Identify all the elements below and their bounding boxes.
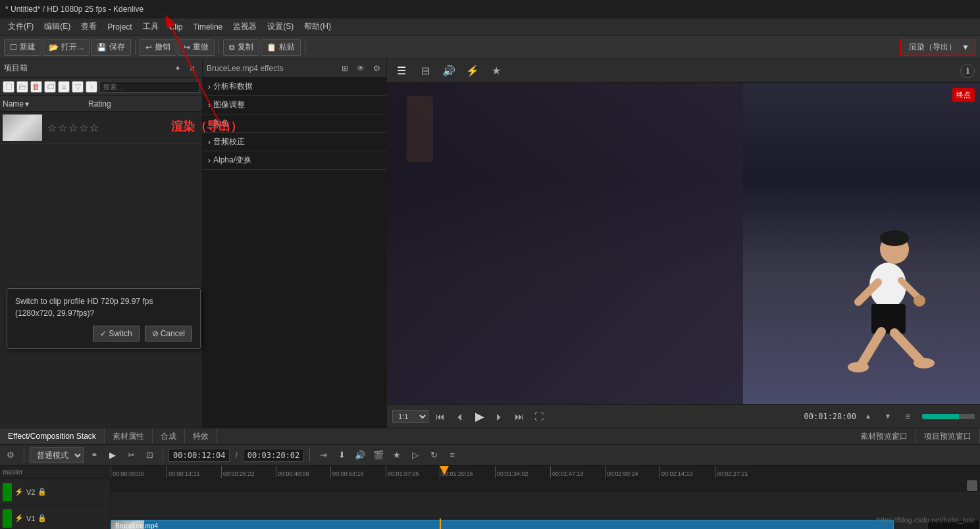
tab-clip-preview[interactable]: 素材预览窗口 [852, 428, 916, 444]
list-view-icon[interactable]: ≡ [58, 81, 70, 93]
menu-timeline[interactable]: Timeline [188, 21, 228, 33]
v2-effects-icon[interactable]: ⚡ [14, 488, 24, 496]
menu-file[interactable]: 文件(F) [3, 20, 39, 34]
save-icon: 💾 [97, 43, 107, 52]
new-button[interactable]: ☐ 新建 [4, 39, 41, 56]
filter-icon[interactable]: ▽ [72, 81, 84, 93]
insert-icon[interactable]: ⇥ [315, 447, 331, 463]
menu-monitor[interactable]: 监视器 [228, 20, 262, 34]
tab-effect-stack[interactable]: Effect/Composition Stack [0, 428, 105, 444]
panel-close-icon[interactable]: ✕ [186, 63, 198, 74]
list-item[interactable]: ☆ ☆ ☆ ☆ ☆ [0, 112, 202, 144]
separator-1 [135, 41, 136, 54]
menu-settings[interactable]: 设置(S) [262, 20, 299, 34]
open-button[interactable]: 📂 打开... [43, 39, 90, 56]
monitor-snap-icon[interactable]: ⚡ [463, 62, 482, 80]
v1-track-color[interactable] [3, 509, 12, 528]
effects-category-analyze[interactable]: › 分析和数据 [203, 78, 386, 96]
menu-view[interactable]: 查看 [76, 20, 102, 34]
effects-category-audio[interactable]: › 音频校正 [203, 133, 386, 151]
ruler-tick: 00:01:34:02 [495, 466, 529, 478]
cancel-button[interactable]: ⊘ Cancel [145, 326, 192, 341]
step-forward-icon[interactable]: ⏵ [492, 409, 507, 424]
menu-help[interactable]: 帮助(H) [299, 20, 336, 34]
monitor-list-icon[interactable]: ☰ [392, 62, 411, 80]
play-zone-icon[interactable]: ▷ [407, 447, 423, 463]
effects-category-alpha[interactable]: › Alpha/变换 [203, 151, 386, 170]
v1-effects-icon[interactable]: ⚡ [14, 514, 24, 522]
star-4: ☆ [79, 122, 88, 134]
add-clip-icon[interactable]: ☐ [3, 81, 14, 93]
scroll-handle[interactable] [967, 480, 977, 491]
tl-sep-2 [163, 449, 163, 462]
effects-category-image[interactable]: › 图像调整 [203, 96, 386, 114]
redo-button[interactable]: ↪ 重做 [178, 39, 215, 56]
prev-frame-icon[interactable]: ⏮ [432, 409, 448, 424]
video-audio-icon[interactable]: 🎬 [371, 447, 386, 463]
star-2: ☆ [58, 122, 67, 134]
menu-tools[interactable]: 工具 [138, 20, 164, 34]
menu-edit[interactable]: 编辑(E) [39, 20, 76, 34]
undo-button[interactable]: ↩ 撤销 [140, 39, 176, 56]
render-dropdown-icon: ▼ [962, 43, 969, 52]
ruler-tick: 00:00:40:08 [276, 466, 309, 478]
mode-select[interactable]: 普通模式 [30, 447, 84, 463]
tab-effects[interactable]: 特效 [185, 428, 217, 444]
tab-composition[interactable]: 合成 [153, 428, 185, 444]
v2-lock-icon[interactable]: 🔒 [38, 488, 47, 496]
timecode-down-icon[interactable]: ▼ [880, 409, 896, 424]
project-bin-columns: Name ▾ Rating [0, 96, 202, 112]
step-back-icon[interactable]: ⏴ [452, 409, 468, 424]
overwrite-icon[interactable]: ⬇ [334, 447, 349, 463]
volume-slider[interactable] [922, 414, 975, 419]
filter-expand-icon[interactable]: › [86, 81, 97, 93]
effects-category-color[interactable]: › 颜色 [203, 114, 386, 133]
effects-grid-icon[interactable]: ⊞ [339, 63, 351, 74]
col-name-header[interactable]: Name ▾ [3, 99, 88, 109]
check-icon: ✓ [100, 329, 107, 338]
endpoint-button[interactable]: 终点 [952, 88, 975, 102]
monitor-grid-icon[interactable]: ⊟ [416, 62, 434, 80]
next-frame-icon[interactable]: ⏭ [511, 409, 527, 424]
effects-eye-icon[interactable]: 👁 [355, 63, 367, 74]
spacer-tool-icon[interactable]: ⊡ [142, 447, 157, 463]
bruceLee-clip[interactable]: BruceLee.mp4 [111, 520, 894, 529]
effects-settings-icon[interactable]: ⚙ [371, 63, 382, 74]
add-folder-icon[interactable]: 🗁 [16, 81, 28, 93]
watermark: https://blog.csdn.net/hello_tute [877, 516, 975, 524]
tl-menu-icon[interactable]: ≡ [444, 447, 460, 463]
monitor-info-icon[interactable]: ℹ [960, 64, 975, 78]
timecode-up-icon[interactable]: ▲ [860, 409, 876, 424]
render-button[interactable]: 渲染（导出） ▼ [900, 39, 976, 56]
monitor-star-icon[interactable]: ★ [487, 62, 505, 80]
copy-button[interactable]: ⧉ 复制 [223, 39, 259, 56]
delete-clip-icon[interactable]: 🗑 [30, 81, 42, 93]
save-button[interactable]: 💾 保存 [91, 39, 131, 56]
panel-add-icon[interactable]: ✦ [172, 63, 184, 74]
zoom-select[interactable]: 1:1 1:2 2:1 [392, 410, 428, 423]
paste-button[interactable]: 📋 粘贴 [261, 39, 301, 56]
v1-lock-icon[interactable]: 🔒 [38, 514, 47, 522]
monitor-timecode: 00:01:28:00 [804, 412, 856, 421]
marker-icon[interactable]: ★ [389, 447, 405, 463]
fullscreen-icon[interactable]: ⛶ [531, 409, 547, 424]
menu-clip[interactable]: Clip [164, 21, 188, 33]
audio-icon[interactable]: 🔊 [352, 447, 368, 463]
menu-project[interactable]: Project [102, 21, 137, 33]
tab-clip-properties[interactable]: 素材属性 [105, 428, 153, 444]
clip-label: BruceLee.mp4 [113, 521, 161, 529]
play-icon[interactable]: ▶ [472, 409, 488, 424]
monitor-menu-icon[interactable]: ≡ [900, 409, 916, 424]
ripple-edit-icon[interactable]: ⚭ [86, 447, 102, 463]
timeline-settings-icon[interactable]: ⚙ [3, 447, 18, 463]
col-rating-header[interactable]: Rating [88, 99, 111, 109]
loop-icon[interactable]: ↻ [426, 447, 442, 463]
tag-icon[interactable]: 🏷 [44, 81, 56, 93]
v2-track-color[interactable] [3, 483, 12, 501]
select-tool-icon[interactable]: ▶ [105, 447, 120, 463]
monitor-volume-icon[interactable]: 🔊 [440, 62, 458, 80]
search-input[interactable] [99, 81, 199, 93]
razor-tool-icon[interactable]: ✂ [123, 447, 139, 463]
tab-project-preview[interactable]: 项目预览窗口 [916, 428, 980, 444]
switch-button[interactable]: ✓ Switch [93, 326, 139, 341]
